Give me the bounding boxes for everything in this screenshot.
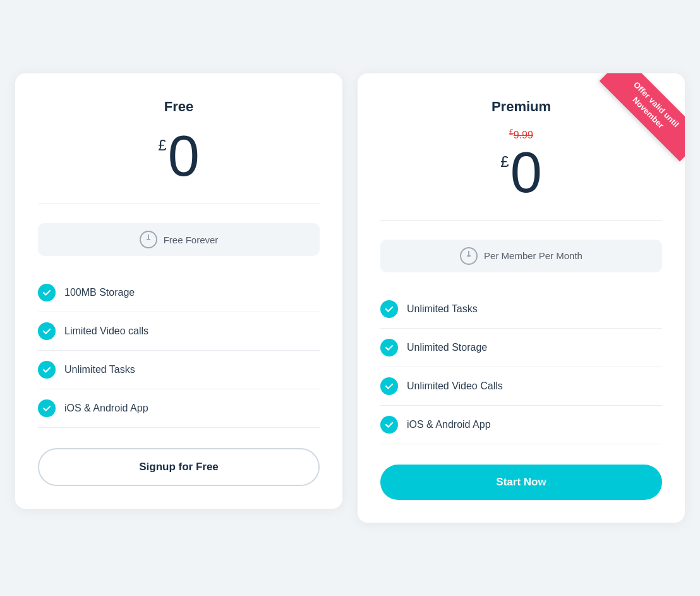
feature-item-2: Unlimited Video Calls xyxy=(380,367,662,406)
feature-item-1: Limited Video calls xyxy=(38,312,320,351)
price-row: £ 0 xyxy=(380,144,662,201)
billing-badge: Per Member Per Month xyxy=(380,240,662,272)
cta-button-premium[interactable]: Start Now xyxy=(380,465,662,500)
check-icon xyxy=(38,322,56,340)
price-area: £ 0 xyxy=(38,128,320,204)
feature-text-0: 100MB Storage xyxy=(64,287,135,298)
check-icon xyxy=(380,377,398,395)
original-price: £9.99 xyxy=(380,128,662,141)
plan-title: Premium xyxy=(380,99,662,115)
clock-icon xyxy=(460,247,478,265)
feature-item-3: iOS & Android App xyxy=(380,406,662,444)
feature-text-3: iOS & Android App xyxy=(407,419,491,430)
feature-item-2: Unlimited Tasks xyxy=(38,351,320,389)
cta-button-free[interactable]: Signup for Free xyxy=(38,448,320,486)
feature-text-2: Unlimited Tasks xyxy=(64,364,135,375)
price-amount: 0 xyxy=(510,144,542,201)
billing-label: Per Member Per Month xyxy=(484,250,582,261)
feature-item-0: 100MB Storage xyxy=(38,274,320,312)
feature-text-1: Limited Video calls xyxy=(64,325,148,337)
billing-label: Free Forever xyxy=(164,234,219,245)
feature-item-1: Unlimited Storage xyxy=(380,329,662,367)
check-icon xyxy=(380,339,398,356)
billing-badge: Free Forever xyxy=(38,223,320,256)
price-amount: 0 xyxy=(168,128,200,185)
feature-item-3: iOS & Android App xyxy=(38,389,320,428)
plan-card-premium: Offer valid until November Premium £9.99… xyxy=(358,73,685,522)
check-icon xyxy=(38,284,56,301)
check-icon xyxy=(38,399,56,417)
feature-text-0: Unlimited Tasks xyxy=(407,303,478,315)
feature-list: 100MB Storage Limited Video calls Unlimi… xyxy=(38,274,320,428)
clock-icon xyxy=(140,231,157,248)
feature-list: Unlimited Tasks Unlimited Storage Unlimi… xyxy=(380,290,662,444)
original-currency: £ xyxy=(509,128,514,137)
currency-symbol: £ xyxy=(158,137,166,154)
plan-card-free: Free £ 0 Free Forever 100MB Storage xyxy=(15,73,342,509)
check-icon xyxy=(38,361,56,379)
feature-text-2: Unlimited Video Calls xyxy=(407,380,503,392)
feature-item-0: Unlimited Tasks xyxy=(380,290,662,329)
price-area: £9.99 £ 0 xyxy=(380,128,662,220)
price-row: £ 0 xyxy=(38,128,320,185)
currency-symbol: £ xyxy=(500,153,509,171)
feature-text-3: iOS & Android App xyxy=(64,403,148,414)
check-icon xyxy=(380,416,398,434)
feature-text-1: Unlimited Storage xyxy=(407,342,487,353)
plan-title: Free xyxy=(38,99,320,115)
check-icon xyxy=(380,300,398,318)
pricing-container: Free £ 0 Free Forever 100MB Storage xyxy=(15,73,685,522)
